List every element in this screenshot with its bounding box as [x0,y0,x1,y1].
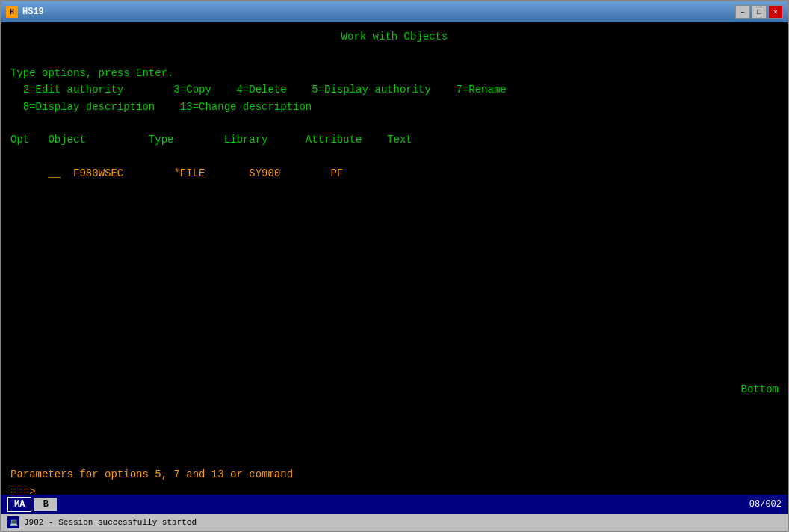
options-line2: 8=Display description 13=Change descript… [10,99,779,115]
window-frame: H HS19 – □ ✕ Work with Objects Type opti… [0,0,789,532]
bottom-bar: 💻 J902 - Session successfully started [1,514,788,531]
row-library: SY900 [249,167,330,179]
command-input-row[interactable]: ===> [10,483,779,495]
bottom-label: Bottom [741,381,779,398]
window-controls: – □ ✕ [735,5,783,19]
row-type: *FILE [173,167,249,179]
window-title: HS19 [22,7,44,17]
app-icon: H [6,6,18,18]
row-attribute: PF [331,167,344,179]
table-row: __ F980WSEC *FILE SY900 PF [10,149,779,199]
close-button[interactable]: ✕ [768,5,783,19]
session-message: J902 - Session successfully started [24,518,197,527]
status-tab-ma[interactable]: MA [7,497,31,512]
instructions-line: Type options, press Enter. [10,65,779,81]
screen-title: Work with Objects [10,28,779,45]
maximize-button[interactable]: □ [752,5,767,19]
status-tab-b[interactable]: B [34,498,57,511]
row-object: F980WSEC [73,167,173,179]
table-header: Opt Object Type Library Attribute Text [10,132,779,148]
terminal-screen[interactable]: Work with Objects Type options, press En… [1,22,788,495]
row-opt: __ [48,167,73,179]
command-input[interactable] [36,485,634,495]
input-prompt: ===> [10,483,36,495]
cursor-position: 08/002 [749,499,782,510]
title-bar: H HS19 – □ ✕ [1,1,788,22]
minimize-button[interactable]: – [735,5,750,19]
status-bar: MA B 08/002 [1,495,788,514]
options-line1: 2=Edit authority 3=Copy 4=Delete 5=Displ… [10,81,779,98]
app-bottom-icon: 💻 [7,516,19,528]
title-bar-left: H HS19 [6,6,44,18]
parameters-line: Parameters for options 5, 7 and 13 or co… [10,466,779,483]
